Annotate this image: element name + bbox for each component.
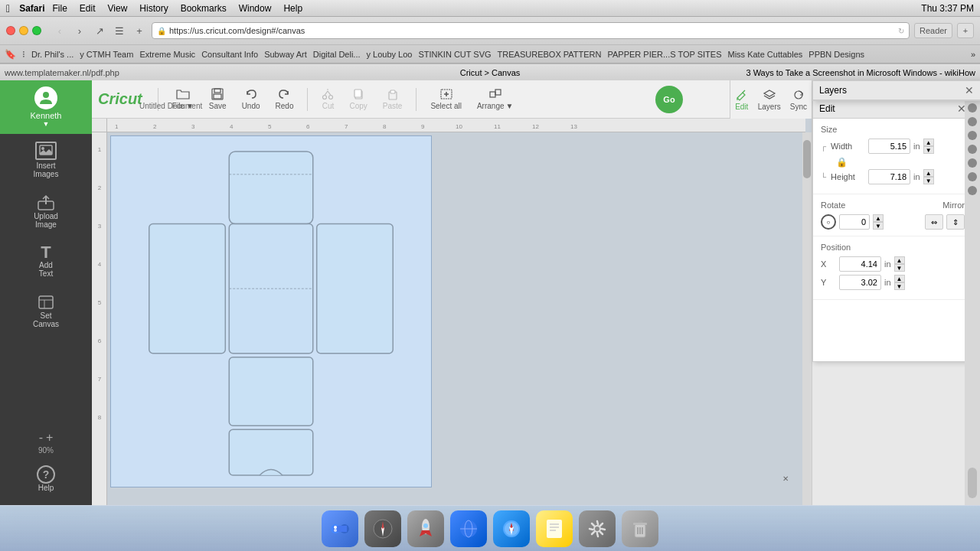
y-down-button[interactable]: ▼ <box>894 282 905 290</box>
bookmark-11[interactable]: PPBN Designs <box>808 50 864 59</box>
maximize-button[interactable] <box>32 26 41 35</box>
dock-item-safari[interactable] <box>493 510 530 547</box>
menu-file[interactable]: File <box>52 3 67 14</box>
select-all-button[interactable]: Select all <box>426 85 466 113</box>
bookmark-3[interactable]: Consultant Info <box>201 50 258 59</box>
vis-dot-4[interactable] <box>968 145 977 154</box>
zoom-out-button[interactable]: - <box>39 431 43 445</box>
svg-rect-23 <box>495 90 501 95</box>
rotate-up-button[interactable]: ▲ <box>873 214 884 222</box>
mirror-v-button[interactable]: ⇕ <box>946 214 965 230</box>
width-spinner: ▲ ▼ <box>923 139 934 154</box>
dock-item-mercury[interactable] <box>450 510 487 547</box>
forward-button[interactable]: › <box>72 23 87 38</box>
y-input[interactable] <box>839 275 881 290</box>
layers-button[interactable]: Layers <box>753 86 786 114</box>
height-up-button[interactable]: ▲ <box>923 169 934 177</box>
width-input[interactable] <box>868 139 910 154</box>
sync-button[interactable]: Sync <box>786 86 812 114</box>
rotate-dial-icon[interactable]: ○ <box>821 214 836 230</box>
back-button[interactable]: ‹ <box>52 23 67 38</box>
new-tab-button[interactable]: + <box>132 23 147 38</box>
vis-dot-2[interactable] <box>968 117 977 126</box>
arrange-button[interactable]: Arrange▼ <box>472 85 518 113</box>
menu-view[interactable]: View <box>108 3 128 14</box>
aspect-lock-icon[interactable]: 🔒 <box>836 157 848 168</box>
layers-close-button[interactable]: ✕ <box>965 84 974 96</box>
bookmark-icon-sidebar[interactable]: 🔖 <box>5 49 16 60</box>
reload-icon[interactable]: ↻ <box>898 27 904 35</box>
minimize-button[interactable] <box>19 26 28 35</box>
menu-bookmarks[interactable]: Bookmarks <box>181 3 227 14</box>
address-bar[interactable] <box>169 26 895 35</box>
sidebar-item-insert-images[interactable]: Insert Images <box>0 134 92 186</box>
dock-item-finder[interactable] <box>322 510 358 547</box>
sidebar-item-upload-image[interactable]: Upload Image <box>0 186 92 236</box>
sidebar-item-help[interactable]: ? Help <box>31 458 61 500</box>
go-button[interactable]: Go <box>655 86 683 113</box>
vis-dot-6[interactable] <box>968 172 977 181</box>
bookmark-0[interactable]: Dr. Phil's ... <box>31 50 74 59</box>
bookmark-1[interactable]: y CTMH Team <box>80 50 133 59</box>
dock-item-rocket[interactable] <box>407 510 444 547</box>
dock-item-notes[interactable] <box>536 510 573 547</box>
bookmark-2[interactable]: Extreme Music <box>139 50 195 59</box>
cut-button[interactable]: Cut <box>317 85 338 113</box>
zoom-button[interactable]: + <box>957 23 974 38</box>
menu-edit[interactable]: Edit <box>80 3 96 14</box>
rotate-down-button[interactable]: ▼ <box>873 222 884 230</box>
x-up-button[interactable]: ▲ <box>894 256 905 264</box>
bookmark-8[interactable]: TREASUREBOX PATTERN <box>498 50 602 59</box>
sidebar-item-set-canvas[interactable]: Set Canvas <box>0 285 92 336</box>
redo-button[interactable]: Redo <box>271 85 299 113</box>
x-input[interactable] <box>839 256 881 272</box>
bookmark-6[interactable]: y Louby Loo <box>367 50 413 59</box>
rotate-input[interactable] <box>839 214 870 230</box>
bookmark-9[interactable]: PAPPER PIER...S TOP SITES <box>608 50 722 59</box>
menu-app-name[interactable]: Safari <box>19 3 44 14</box>
width-down-button[interactable]: ▼ <box>923 146 934 154</box>
vis-dot-1[interactable] <box>968 103 977 112</box>
sidebar-label-text: Text <box>39 269 53 278</box>
copy-button[interactable]: Copy <box>345 85 371 113</box>
save-button[interactable]: Save <box>204 85 231 113</box>
sidebar-item-add-text[interactable]: T Add Text <box>0 236 92 285</box>
dock-item-compass[interactable] <box>364 510 401 547</box>
vis-dot-7[interactable] <box>968 186 977 195</box>
bookmark-4[interactable]: Subway Art <box>264 50 307 59</box>
vis-dot-3[interactable] <box>968 131 977 140</box>
y-up-button[interactable]: ▲ <box>894 275 905 282</box>
share-button[interactable]: ↗ <box>92 23 107 38</box>
vis-dot-5[interactable] <box>968 158 977 168</box>
menu-history[interactable]: History <box>139 3 168 14</box>
user-avatar <box>34 86 57 109</box>
x-down-button[interactable]: ▼ <box>894 264 905 272</box>
bookmark-10[interactable]: Miss Kate Cuttables <box>727 50 802 59</box>
apple-icon[interactable]:  <box>6 2 10 15</box>
width-up-button[interactable]: ▲ <box>923 139 934 146</box>
menu-window[interactable]: Window <box>239 3 272 14</box>
panel-scrollbar[interactable] <box>968 468 977 498</box>
zoom-in-button[interactable]: + <box>46 431 53 445</box>
scroll-thumb-v[interactable] <box>803 140 811 178</box>
reader-button[interactable]: Reader <box>914 23 952 38</box>
more-bookmarks[interactable]: » <box>971 50 975 59</box>
ruler-corner <box>92 119 107 132</box>
canvas-scrollbar-v[interactable] <box>802 132 812 506</box>
height-input[interactable] <box>868 169 910 184</box>
paste-button[interactable]: Paste <box>378 85 407 113</box>
edit-mode-button[interactable]: Edit <box>730 86 753 114</box>
menu-help[interactable]: Help <box>283 3 302 14</box>
height-down-button[interactable]: ▼ <box>923 177 934 184</box>
dock-item-trash[interactable] <box>622 510 658 547</box>
dock-item-preferences[interactable] <box>579 510 616 547</box>
undo-button[interactable]: Undo <box>237 85 265 113</box>
user-section[interactable]: Kenneth ▼ <box>0 80 92 134</box>
mirror-h-button[interactable]: ⇔ <box>925 214 943 230</box>
close-button[interactable] <box>6 26 15 35</box>
bookmark-7[interactable]: STINKIN CUT SVG <box>418 50 491 59</box>
bookmark-grid[interactable]: ⁝ <box>22 49 25 60</box>
bookmark-5[interactable]: Digital Deli... <box>313 50 361 59</box>
reader-view-button[interactable]: ☰ <box>112 23 127 38</box>
edit-panel-header: Edit ✕ <box>813 99 972 119</box>
